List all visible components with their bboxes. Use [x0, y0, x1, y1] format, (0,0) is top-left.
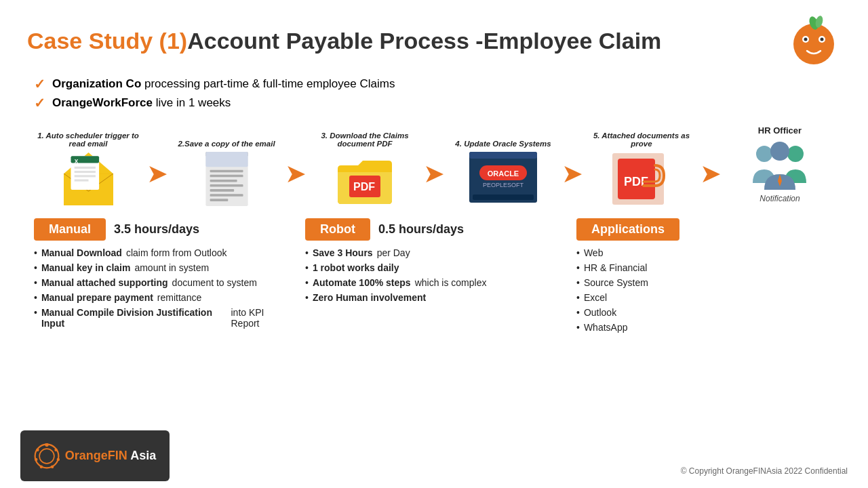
robot-list: Save 3 Hours per Day 1 robot works daily…: [305, 247, 563, 303]
manual-list: Manual Downloadclaim form from Outlook M…: [34, 247, 292, 329]
oracle-icon: ORACLE PEOPLESOFT: [469, 151, 537, 207]
title-orange-part: Case Study (1): [27, 28, 187, 54]
footer-logo-text: OrangeFIN Asia: [65, 449, 156, 463]
robot-item-2-bold: 1 robot works daily: [313, 262, 399, 273]
svg-point-46: [54, 448, 57, 451]
manual-item-5-bold: Manual Compile Division Justification In…: [41, 307, 227, 329]
robot-badge: Robot: [305, 218, 370, 241]
applications-badge: Applications: [576, 218, 679, 241]
applications-header: Applications: [576, 218, 834, 241]
manual-header: Manual 3.5 hours/days: [34, 218, 292, 241]
notification-label: Notification: [760, 194, 800, 203]
slide: Case Study (1)Account Payable Process -E…: [0, 0, 868, 488]
svg-point-43: [35, 444, 58, 468]
svg-rect-24: [210, 184, 243, 187]
svg-point-47: [56, 458, 59, 460]
bullet-2-bold: OrangeWorkForce: [52, 96, 153, 109]
manual-item-3: Manual attached supportingdocument to sy…: [34, 277, 292, 288]
document-icon: [198, 152, 256, 206]
bullet-1-rest: processing part-time & full-time employe…: [141, 77, 395, 90]
step-2: 2.Save a copy of the email: [172, 122, 281, 206]
svg-text:ORACLE: ORACLE: [488, 169, 519, 178]
hr-officer-svg: [749, 139, 810, 192]
svg-rect-26: [210, 194, 243, 197]
applications-list: Web HR & Financial Source System Excel O…: [576, 247, 834, 333]
mascot-logo: [787, 14, 841, 68]
hr-officer-icon: [746, 138, 814, 192]
robot-col: Robot 0.5 hours/days Save 3 Hours per Da…: [298, 218, 570, 337]
manual-item-5-rest: into KPI Report: [231, 307, 292, 329]
manual-badge: Manual: [34, 218, 106, 241]
step-1-icon: X: [54, 152, 122, 206]
manual-col: Manual 3.5 hours/days Manual Downloadcla…: [27, 218, 298, 337]
svg-point-51: [36, 448, 39, 451]
pdf-attach-icon: PDF: [611, 152, 672, 206]
applications-col: Applications Web HR & Financial Source S…: [570, 218, 841, 337]
manual-item-2: Manual key in claimamount in system: [34, 262, 292, 273]
svg-point-48: [51, 465, 54, 468]
step-1-label: 1. Auto scheduler trigger to read email: [34, 122, 142, 148]
svg-rect-14: [74, 167, 95, 169]
footer-logo: OrangeFIN Asia: [20, 430, 170, 481]
manual-item-2-bold: Manual key in claim: [41, 262, 131, 273]
step-5: 5. Attached documents as prove PDF: [587, 122, 696, 206]
manual-item-4-rest: remittance: [157, 292, 201, 303]
footer-copyright: © Copyright OrangeFINAsia 2022 Confident…: [681, 466, 848, 476]
manual-item-3-rest: document to system: [172, 277, 257, 288]
app-item-6: WhatsApp: [576, 322, 834, 333]
svg-rect-25: [210, 189, 234, 192]
checkmark-1: ✓: [34, 76, 45, 92]
svg-rect-22: [210, 175, 243, 178]
bullet-2: ✓ OrangeWorkForce live in 1 weeks: [34, 95, 841, 111]
robot-item-1-rest: per Day: [377, 247, 410, 258]
manual-item-4-bold: Manual prepare payment: [41, 292, 153, 303]
robot-item-3: Automate 100% steps which is complex: [305, 277, 563, 288]
robot-hours: 0.5 hours/days: [378, 222, 464, 237]
bottom-section: Manual 3.5 hours/days Manual Downloadcla…: [27, 218, 841, 337]
step-5-label: 5. Attached documents as prove: [587, 122, 696, 148]
checkmark-2: ✓: [34, 95, 45, 111]
robot-item-4: Zero Human involvement: [305, 292, 563, 303]
step-4-label: 4. Update Oracle Systems: [455, 122, 551, 148]
hr-officer-label: HR Officer: [758, 125, 802, 136]
pdf-folder-icon: PDF: [334, 152, 395, 206]
robot-item-3-bold: Automate 100% steps: [313, 277, 411, 288]
robot-item-3-rest: which is complex: [415, 277, 487, 288]
footer-logo-icon: [34, 443, 60, 469]
manual-item-1: Manual Downloadclaim form from Outlook: [34, 247, 292, 258]
manual-item-3-bold: Manual attached supporting: [41, 277, 168, 288]
step-1: 1. Auto scheduler trigger to read email …: [34, 122, 142, 206]
svg-text:PEOPLESOFT: PEOPLESOFT: [483, 182, 524, 188]
svg-rect-17: [74, 180, 88, 182]
app-item-5: Outlook: [576, 307, 834, 318]
bullet-1: ✓ Organization Co processing part-time &…: [34, 76, 841, 92]
step-3-label: 3. Download the Claims document PDF: [311, 122, 419, 148]
robot-header: Robot 0.5 hours/days: [305, 218, 563, 241]
manual-item-4: Manual prepare payment remittance: [34, 292, 292, 303]
robot-item-1: Save 3 Hours per Day: [305, 247, 563, 258]
svg-rect-35: [473, 195, 534, 200]
robot-item-4-bold: Zero Human involvement: [313, 292, 426, 303]
step-2-label: 2.Save a copy of the email: [178, 122, 275, 148]
app-item-1: Web: [576, 247, 834, 258]
svg-point-41: [770, 142, 789, 161]
manual-item-2-rest: amount in system: [134, 262, 209, 273]
app-item-2: HR & Financial: [576, 262, 834, 273]
title-row: Case Study (1)Account Payable Process -E…: [27, 14, 841, 68]
svg-point-50: [35, 458, 37, 460]
step-hr: HR Officer Notification: [726, 125, 834, 203]
svg-point-4: [821, 38, 824, 41]
manual-item-1-rest: claim form from Outlook: [126, 247, 227, 258]
svg-rect-27: [210, 199, 228, 201]
svg-rect-31: [469, 152, 537, 159]
arrow-4: ➤: [561, 159, 583, 188]
bullet-2-rest: live in 1 weeks: [153, 96, 231, 109]
step-4: 4. Update Oracle Systems ORACLE PEOPLESO…: [449, 122, 557, 206]
process-flow: 1. Auto scheduler trigger to read email …: [27, 122, 841, 206]
svg-text:PDF: PDF: [353, 181, 375, 192]
title-black-part: Account Payable Process -Employee Claim: [187, 28, 661, 54]
manual-item-1-bold: Manual Download: [41, 247, 122, 258]
svg-rect-15: [74, 171, 95, 173]
app-item-3: Source System: [576, 277, 834, 288]
step-2-icon: [193, 152, 260, 206]
